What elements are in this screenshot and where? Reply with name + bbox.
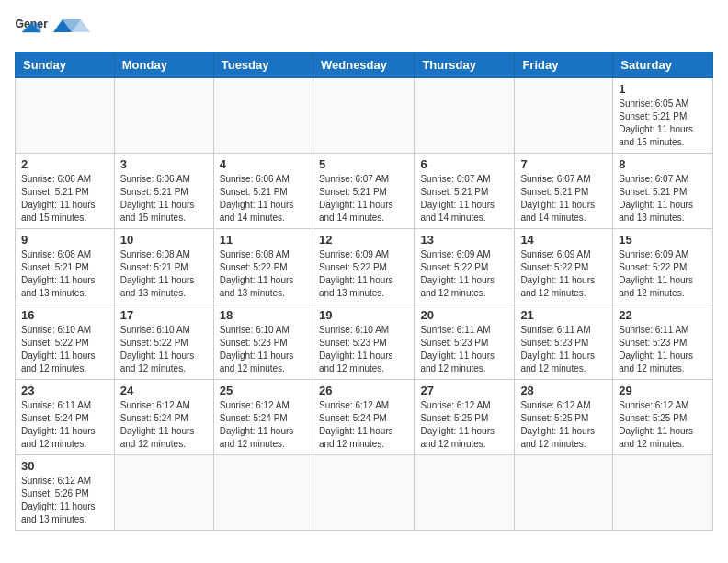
day-cell: 13Sunrise: 6:09 AM Sunset: 5:22 PM Dayli…	[415, 229, 515, 304]
week-row-3: 9Sunrise: 6:08 AM Sunset: 5:21 PM Daylig…	[16, 229, 713, 304]
day-cell	[213, 455, 313, 531]
day-info: Sunrise: 6:09 AM Sunset: 5:22 PM Dayligh…	[520, 248, 607, 300]
day-number: 27	[420, 384, 508, 397]
day-number: 19	[319, 308, 408, 322]
day-info: Sunrise: 6:12 AM Sunset: 5:25 PM Dayligh…	[420, 399, 508, 451]
day-number: 12	[319, 233, 408, 247]
calendar-container: General Sunday Mo	[0, 0, 728, 563]
day-number: 28	[520, 384, 607, 397]
day-cell: 21Sunrise: 6:11 AM Sunset: 5:23 PM Dayli…	[515, 304, 613, 380]
week-row-1: 1Sunrise: 6:05 AM Sunset: 5:21 PM Daylig…	[16, 78, 713, 154]
week-row-4: 16Sunrise: 6:10 AM Sunset: 5:22 PM Dayli…	[16, 304, 713, 380]
day-cell: 16Sunrise: 6:10 AM Sunset: 5:22 PM Dayli…	[16, 304, 115, 380]
day-number: 29	[619, 384, 707, 397]
day-number: 10	[120, 233, 208, 247]
day-number: 3	[120, 157, 208, 171]
day-info: Sunrise: 6:10 AM Sunset: 5:22 PM Dayligh…	[120, 324, 208, 375]
day-info: Sunrise: 6:11 AM Sunset: 5:23 PM Dayligh…	[520, 324, 607, 375]
day-info: Sunrise: 6:08 AM Sunset: 5:21 PM Dayligh…	[21, 248, 108, 300]
header-tuesday: Tuesday	[213, 52, 313, 78]
header-saturday: Saturday	[613, 52, 713, 78]
day-info: Sunrise: 6:10 AM Sunset: 5:23 PM Dayligh…	[319, 324, 408, 375]
day-cell: 14Sunrise: 6:09 AM Sunset: 5:22 PM Dayli…	[515, 229, 613, 304]
day-info: Sunrise: 6:07 AM Sunset: 5:21 PM Dayligh…	[420, 173, 508, 224]
header-thursday: Thursday	[415, 52, 515, 78]
day-cell: 1Sunrise: 6:05 AM Sunset: 5:21 PM Daylig…	[613, 78, 713, 154]
day-number: 21	[520, 308, 607, 322]
calendar-grid: Sunday Monday Tuesday Wednesday Thursday…	[15, 52, 713, 531]
day-cell: 10Sunrise: 6:08 AM Sunset: 5:21 PM Dayli…	[114, 229, 213, 304]
day-info: Sunrise: 6:07 AM Sunset: 5:21 PM Dayligh…	[319, 173, 408, 224]
header-wednesday: Wednesday	[313, 52, 414, 78]
day-number: 17	[120, 308, 208, 322]
day-number: 23	[21, 384, 108, 397]
week-row-5: 23Sunrise: 6:11 AM Sunset: 5:24 PM Dayli…	[16, 380, 713, 455]
day-number: 6	[420, 157, 508, 171]
logo: General	[15, 15, 99, 40]
day-number: 16	[21, 308, 108, 322]
day-info: Sunrise: 6:07 AM Sunset: 5:21 PM Dayligh…	[619, 173, 707, 224]
day-info: Sunrise: 6:09 AM Sunset: 5:22 PM Dayligh…	[619, 248, 707, 300]
day-cell	[114, 78, 213, 154]
header-monday: Monday	[114, 52, 213, 78]
day-info: Sunrise: 6:10 AM Sunset: 5:22 PM Dayligh…	[21, 324, 108, 375]
day-cell	[613, 455, 713, 531]
day-info: Sunrise: 6:12 AM Sunset: 5:26 PM Dayligh…	[21, 475, 108, 526]
day-info: Sunrise: 6:10 AM Sunset: 5:23 PM Dayligh…	[220, 324, 307, 375]
logo-graphic	[53, 19, 99, 32]
day-cell: 19Sunrise: 6:10 AM Sunset: 5:23 PM Dayli…	[313, 304, 414, 380]
day-cell: 20Sunrise: 6:11 AM Sunset: 5:23 PM Dayli…	[415, 304, 515, 380]
day-cell	[415, 78, 515, 154]
day-cell	[415, 455, 515, 531]
day-cell	[313, 78, 414, 154]
day-info: Sunrise: 6:11 AM Sunset: 5:24 PM Dayligh…	[21, 399, 108, 451]
day-number: 9	[21, 233, 108, 247]
day-number: 11	[220, 233, 307, 247]
day-number: 22	[619, 308, 707, 322]
day-cell: 30Sunrise: 6:12 AM Sunset: 5:26 PM Dayli…	[16, 455, 115, 531]
day-cell	[515, 455, 613, 531]
day-cell: 25Sunrise: 6:12 AM Sunset: 5:24 PM Dayli…	[213, 380, 313, 455]
day-info: Sunrise: 6:06 AM Sunset: 5:21 PM Dayligh…	[220, 173, 307, 224]
day-number: 14	[520, 233, 607, 247]
day-cell: 3Sunrise: 6:06 AM Sunset: 5:21 PM Daylig…	[114, 154, 213, 229]
day-info: Sunrise: 6:11 AM Sunset: 5:23 PM Dayligh…	[420, 324, 508, 375]
day-number: 18	[220, 308, 307, 322]
day-number: 26	[319, 384, 408, 397]
day-cell: 17Sunrise: 6:10 AM Sunset: 5:22 PM Dayli…	[114, 304, 213, 380]
day-number: 13	[420, 233, 508, 247]
day-number: 8	[619, 157, 707, 171]
day-cell: 27Sunrise: 6:12 AM Sunset: 5:25 PM Dayli…	[415, 380, 515, 455]
day-cell: 23Sunrise: 6:11 AM Sunset: 5:24 PM Dayli…	[16, 380, 115, 455]
day-info: Sunrise: 6:05 AM Sunset: 5:21 PM Dayligh…	[619, 98, 707, 149]
day-cell: 6Sunrise: 6:07 AM Sunset: 5:21 PM Daylig…	[415, 154, 515, 229]
day-info: Sunrise: 6:06 AM Sunset: 5:21 PM Dayligh…	[21, 173, 108, 224]
day-number: 20	[420, 308, 508, 322]
header-friday: Friday	[515, 52, 613, 78]
day-number: 7	[520, 157, 607, 171]
header-sunday: Sunday	[16, 52, 115, 78]
day-cell: 5Sunrise: 6:07 AM Sunset: 5:21 PM Daylig…	[313, 154, 414, 229]
day-cell	[213, 78, 313, 154]
day-info: Sunrise: 6:12 AM Sunset: 5:24 PM Dayligh…	[120, 399, 208, 451]
day-number: 4	[220, 157, 307, 171]
week-row-6: 30Sunrise: 6:12 AM Sunset: 5:26 PM Dayli…	[16, 455, 713, 531]
day-number: 24	[120, 384, 208, 397]
day-info: Sunrise: 6:09 AM Sunset: 5:22 PM Dayligh…	[319, 248, 408, 300]
day-number: 1	[619, 82, 707, 96]
day-cell: 9Sunrise: 6:08 AM Sunset: 5:21 PM Daylig…	[16, 229, 115, 304]
day-cell: 7Sunrise: 6:07 AM Sunset: 5:21 PM Daylig…	[515, 154, 613, 229]
day-cell	[16, 78, 115, 154]
day-cell: 4Sunrise: 6:06 AM Sunset: 5:21 PM Daylig…	[213, 154, 313, 229]
day-number: 2	[21, 157, 108, 171]
day-info: Sunrise: 6:11 AM Sunset: 5:23 PM Dayligh…	[619, 324, 707, 375]
day-info: Sunrise: 6:12 AM Sunset: 5:25 PM Dayligh…	[520, 399, 607, 451]
day-number: 30	[21, 459, 108, 473]
day-info: Sunrise: 6:06 AM Sunset: 5:21 PM Dayligh…	[120, 173, 208, 224]
logo-icon: General	[15, 15, 48, 40]
day-cell: 2Sunrise: 6:06 AM Sunset: 5:21 PM Daylig…	[16, 154, 115, 229]
day-info: Sunrise: 6:09 AM Sunset: 5:22 PM Dayligh…	[420, 248, 508, 300]
day-cell	[515, 78, 613, 154]
day-number: 5	[319, 157, 408, 171]
day-info: Sunrise: 6:12 AM Sunset: 5:25 PM Dayligh…	[619, 399, 707, 451]
